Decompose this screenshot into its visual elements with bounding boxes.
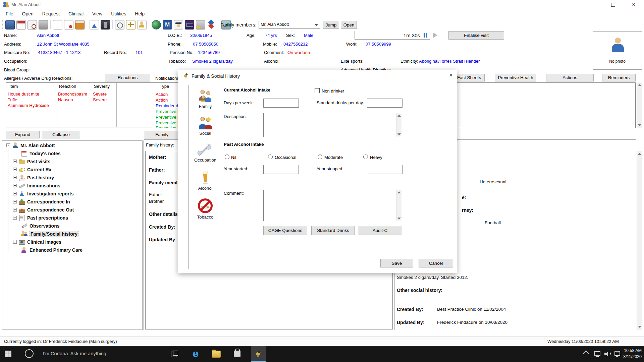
medication-bottle-icon[interactable]: [75, 20, 85, 29]
printer-icon[interactable]: [39, 20, 48, 29]
social-panel-scrollbar[interactable]: [637, 151, 642, 330]
tab-family[interactable]: Family: [144, 131, 180, 138]
dialog-tab-social[interactable]: Social: [189, 116, 222, 136]
tray-notification-icon[interactable]: [614, 351, 620, 356]
allergy-row[interactable]: Trifle Nausea Severe: [6, 97, 152, 103]
play-icon[interactable]: [433, 33, 437, 38]
stethoscope-icon[interactable]: [115, 20, 124, 29]
radio-moderate[interactable]: [318, 155, 322, 159]
radio-nil[interactable]: [225, 155, 229, 159]
open-button[interactable]: Open: [341, 21, 357, 29]
tab-fact-sheets[interactable]: Fact Sheets: [453, 74, 485, 81]
clock-appointment-icon[interactable]: [28, 20, 37, 29]
blank-document-icon[interactable]: [53, 20, 62, 29]
xray-icon[interactable]: [101, 20, 110, 29]
year-stopped-input[interactable]: [367, 165, 402, 174]
tree-expand-box[interactable]: +: [13, 160, 17, 163]
word-m-icon[interactable]: M: [163, 20, 172, 29]
notification-row[interactable]: Action: [156, 98, 168, 103]
notifications-scrollbar[interactable]: [637, 82, 642, 128]
collapse-button[interactable]: Collapse: [42, 131, 80, 138]
person-icon[interactable]: [137, 20, 147, 29]
tab-preventive-health[interactable]: Preventive Health: [495, 74, 536, 81]
pause-icon[interactable]: [423, 33, 428, 38]
calendar-icon[interactable]: [16, 20, 26, 29]
dialog-comment-textarea[interactable]: [263, 190, 402, 221]
comment-scrollbar[interactable]: [396, 190, 402, 221]
cortana-icon[interactable]: [25, 349, 34, 358]
dialog-tab-occupation[interactable]: Occupation: [189, 143, 222, 163]
tree-item-correspondence-out[interactable]: + Correspondence Out: [13, 207, 74, 213]
dialog-tab-family[interactable]: Family: [189, 89, 222, 109]
start-button[interactable]: [5, 351, 11, 357]
menu-clinical[interactable]: Clinical: [64, 11, 88, 16]
dialog-close-icon[interactable]: ×: [446, 72, 455, 80]
tree-item-enhanced-primary-care[interactable]: Enhanced Primary Care: [21, 247, 83, 253]
tab-actions[interactable]: Actions: [546, 74, 594, 81]
dialog-tab-alcohol[interactable]: Alcohol: [189, 170, 222, 191]
computer-icon[interactable]: [5, 20, 15, 29]
days-per-week-input[interactable]: [263, 99, 299, 108]
cabinet-icon[interactable]: [196, 20, 205, 29]
best-practice-taskbar-button[interactable]: [251, 346, 266, 362]
close-button[interactable]: ×: [626, 0, 641, 9]
minimize-button[interactable]: [585, 0, 601, 9]
globe-icon[interactable]: [152, 20, 161, 29]
tree-expand-box[interactable]: +: [13, 176, 17, 179]
cancel-button[interactable]: Cancel: [419, 259, 453, 267]
jump-button[interactable]: Jump: [323, 21, 339, 29]
tray-network-icon[interactable]: [594, 351, 600, 356]
cortana-search-text[interactable]: I'm Cortana. Ask me anything.: [43, 351, 108, 356]
description-textarea[interactable]: [263, 113, 402, 137]
tree-expand-box[interactable]: +: [13, 200, 17, 203]
allergy-row[interactable]: Aluminium Hydroxide: [6, 103, 152, 109]
tree-item-investigation-reports[interactable]: + Investigation reports: [13, 191, 73, 196]
tree-splitter[interactable]: [143, 140, 144, 330]
finalise-visit-button[interactable]: Finalise visit: [448, 31, 504, 40]
tree-collapse-box[interactable]: -: [6, 143, 10, 147]
tree-item-observations[interactable]: Observations: [21, 223, 59, 229]
maximize-button[interactable]: [605, 0, 621, 9]
edge-icon[interactable]: e: [191, 349, 201, 359]
patient-photo-box[interactable]: No photo: [593, 31, 642, 70]
std-drinks-input[interactable]: [367, 99, 402, 108]
cage-questions-button[interactable]: CAGE Questions: [263, 226, 307, 235]
tree-item-family-social-history[interactable]: Family/Social history: [21, 231, 78, 237]
tree-expand-box[interactable]: +: [13, 168, 17, 171]
flask-icon[interactable]: [90, 20, 99, 29]
tab-reminders[interactable]: Reminders: [602, 74, 636, 81]
clock-date[interactable]: 3/11/2020: [623, 354, 642, 359]
menu-view[interactable]: View: [88, 11, 107, 16]
store-icon[interactable]: [234, 351, 240, 357]
tree-root[interactable]: - Mr. Alan Abbott: [6, 142, 55, 148]
menu-file[interactable]: File: [1, 11, 18, 16]
clock-time[interactable]: 10:58 AM: [623, 348, 642, 353]
radio-occasional[interactable]: [268, 155, 273, 159]
file-explorer-icon[interactable]: [212, 351, 221, 358]
allergy-row[interactable]: House dust mite Bronchospasm Severe: [6, 92, 152, 97]
tree-item-current-rx[interactable]: + Current Rx: [13, 167, 51, 172]
tree-item-clinical-images[interactable]: + Clinical images: [13, 239, 61, 245]
certificate-document-icon[interactable]: [64, 20, 73, 29]
reactions-button[interactable]: Reactions: [105, 74, 150, 81]
save-button[interactable]: Save: [380, 259, 413, 267]
tree-item-past-visits[interactable]: + Past visits: [13, 159, 50, 164]
menu-open[interactable]: Open: [18, 11, 38, 16]
tree-item-todays-notes[interactable]: Today's notes: [21, 150, 61, 156]
notification-row[interactable]: Action: [156, 92, 168, 97]
diamond-icon[interactable]: [207, 20, 216, 29]
menu-help[interactable]: Help: [130, 11, 149, 16]
menu-request[interactable]: Request: [38, 11, 64, 16]
description-scrollbar[interactable]: [396, 113, 402, 137]
tree-expand-box[interactable]: +: [13, 184, 17, 187]
task-view-icon[interactable]: [171, 351, 178, 357]
tree-expand-box[interactable]: +: [13, 192, 17, 195]
dialog-tab-tobacco[interactable]: Tobacco: [189, 198, 222, 220]
scales-icon[interactable]: [126, 20, 136, 29]
tree-expand-box[interactable]: +: [13, 240, 17, 244]
audit-c-button[interactable]: Audit-C: [358, 226, 402, 235]
expand-button[interactable]: Expand: [6, 131, 40, 138]
tree-expand-box[interactable]: +: [13, 216, 17, 220]
menu-utilities[interactable]: Utilities: [107, 11, 130, 16]
tree-item-immunisations[interactable]: + Immunisations: [13, 183, 60, 188]
